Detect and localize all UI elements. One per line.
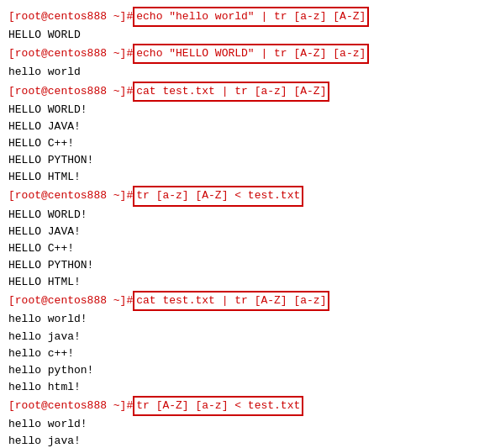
prompt-2: [root@centos888 ~]# (8, 45, 133, 62)
output-3-4: HELLO PYTHON! (8, 152, 487, 169)
output-4-2: HELLO JAVA! (8, 224, 487, 240)
output-5-1: hello world! (8, 311, 487, 328)
output-4-1: HELLO WORLD! (8, 207, 487, 224)
output-6-2: hello java! (8, 433, 487, 448)
prompt-4: [root@centos888 ~]# (8, 187, 133, 204)
output-1-1: HELLO WORLD (8, 27, 487, 44)
command-4: tr [a-z] [A-Z] < test.txt (133, 186, 303, 206)
command-line-2: [root@centos888 ~]# echo "HELLO WORLD" |… (8, 44, 487, 64)
output-4-4: HELLO PYTHON! (8, 257, 487, 274)
output-4-5: HELLO HTML! (8, 274, 487, 291)
prompt-1: [root@centos888 ~]# (8, 8, 133, 25)
output-3-3: HELLO C++! (8, 135, 487, 152)
command-2: echo "HELLO WORLD" | tr [A-Z] [a-z] (133, 44, 369, 64)
command-5: cat test.txt | tr [A-Z] [a-z] (133, 291, 329, 311)
command-line-1: [root@centos888 ~]# echo "hello world" |… (8, 7, 487, 27)
command-line-3: [root@centos888 ~]# cat test.txt | tr [a… (8, 82, 487, 102)
output-4-3: HELLO C++! (8, 240, 487, 257)
output-3-2: HELLO JAVA! (8, 119, 487, 135)
command-line-5: [root@centos888 ~]# cat test.txt | tr [A… (8, 291, 487, 311)
prompt-6: [root@centos888 ~]# (8, 398, 133, 414)
output-5-5: hello html! (8, 379, 487, 396)
output-6-1: hello world! (8, 416, 487, 433)
command-3: cat test.txt | tr [a-z] [A-Z] (133, 82, 329, 102)
output-5-2: hello java! (8, 329, 487, 345)
command-line-6: [root@centos888 ~]# tr [A-Z] [a-z] < tes… (8, 396, 487, 416)
prompt-3: [root@centos888 ~]# (8, 83, 133, 100)
prompt-5: [root@centos888 ~]# (8, 293, 133, 309)
command-6: tr [A-Z] [a-z] < test.txt (133, 396, 303, 416)
command-1: echo "hello world" | tr [a-z] [A-Z] (133, 7, 369, 27)
output-3-5: HELLO HTML! (8, 169, 487, 186)
output-3-1: HELLO WORLD! (8, 102, 487, 119)
output-2-1: hello world (8, 64, 487, 81)
terminal-output: [root@centos888 ~]# echo "hello world" |… (8, 7, 487, 448)
output-5-4: hello python! (8, 362, 487, 379)
command-line-4: [root@centos888 ~]# tr [a-z] [A-Z] < tes… (8, 186, 487, 206)
output-5-3: hello c++! (8, 345, 487, 362)
